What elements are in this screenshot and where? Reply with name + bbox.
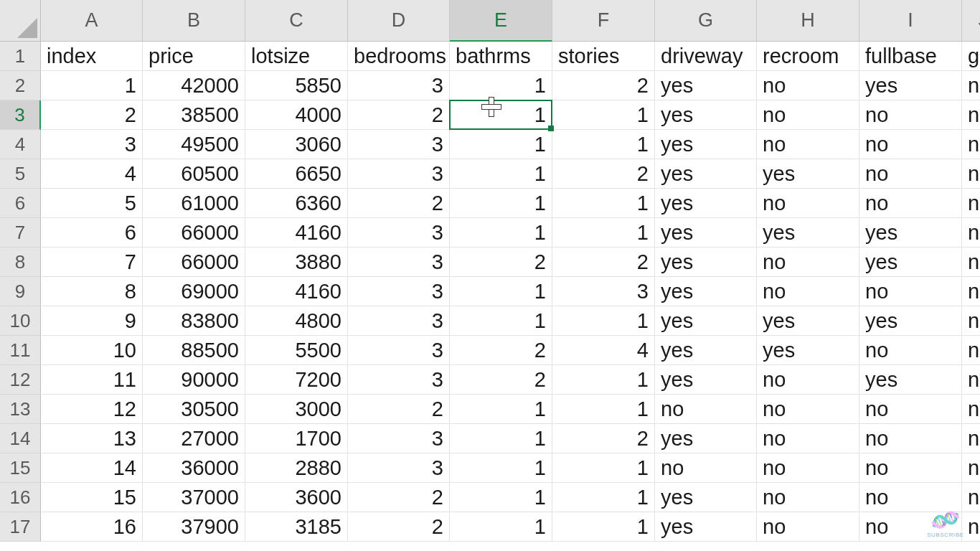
cell[interactable]: 42000	[143, 71, 245, 100]
cell[interactable]: yes	[859, 365, 962, 395]
cell[interactable]: yes	[655, 71, 757, 100]
cell[interactable]: 3	[348, 365, 450, 395]
cell[interactable]: 88500	[143, 336, 245, 365]
cell[interactable]: 3	[348, 306, 450, 336]
cell[interactable]: 3000	[245, 395, 348, 424]
column-header-I[interactable]: I	[859, 0, 962, 42]
cell[interactable]: 3	[348, 248, 450, 277]
cell[interactable]: 1	[450, 483, 552, 512]
column-header-F[interactable]: F	[552, 0, 655, 42]
cell[interactable]: 2	[552, 424, 655, 453]
row-header-17[interactable]: 17	[0, 512, 41, 542]
column-header-B[interactable]: B	[143, 0, 245, 42]
cell[interactable]: no	[962, 483, 980, 512]
cell[interactable]: 3	[348, 336, 450, 365]
row-header-15[interactable]: 15	[0, 453, 41, 483]
cell[interactable]: yes	[757, 336, 859, 365]
cell[interactable]: 49500	[143, 130, 245, 159]
cell[interactable]: 3185	[245, 512, 348, 542]
cell[interactable]: no	[859, 100, 962, 130]
cell[interactable]: 15	[41, 483, 143, 512]
cell[interactable]: 38500	[143, 100, 245, 130]
cell[interactable]: no	[962, 248, 980, 277]
header-cell[interactable]: recroom	[757, 42, 859, 71]
cell[interactable]: 1	[552, 130, 655, 159]
cell[interactable]: 1	[450, 424, 552, 453]
cell[interactable]: no	[757, 453, 859, 483]
column-header-A[interactable]: A	[41, 0, 143, 42]
spreadsheet[interactable]: ABCDEFGHIJ 1234567891011121314151617 ind…	[0, 0, 980, 551]
cell[interactable]: 11	[41, 365, 143, 395]
cell[interactable]: 3	[552, 277, 655, 306]
cell[interactable]: no	[962, 130, 980, 159]
row-header-9[interactable]: 9	[0, 277, 41, 306]
cell[interactable]: no	[757, 189, 859, 218]
cell[interactable]: 4160	[245, 277, 348, 306]
column-header-H[interactable]: H	[757, 0, 859, 42]
cell[interactable]: 2	[348, 189, 450, 218]
cell[interactable]: 60500	[143, 159, 245, 189]
row-header-4[interactable]: 4	[0, 130, 41, 159]
cell[interactable]: no	[757, 395, 859, 424]
cell[interactable]: no	[757, 365, 859, 395]
cell[interactable]: 69000	[143, 277, 245, 306]
cell[interactable]: 90000	[143, 365, 245, 395]
cell[interactable]: no	[962, 189, 980, 218]
cell[interactable]: 1	[552, 395, 655, 424]
cell[interactable]: no	[962, 218, 980, 248]
cell[interactable]: 2	[41, 100, 143, 130]
cell[interactable]: no	[962, 306, 980, 336]
header-cell[interactable]: lotsize	[245, 42, 348, 71]
cell[interactable]: 6650	[245, 159, 348, 189]
cell[interactable]: yes	[655, 306, 757, 336]
cell[interactable]: 61000	[143, 189, 245, 218]
cell[interactable]: 4	[552, 336, 655, 365]
cell[interactable]: 16	[41, 512, 143, 542]
cell[interactable]: yes	[757, 306, 859, 336]
row-header-7[interactable]: 7	[0, 218, 41, 248]
row-header-16[interactable]: 16	[0, 483, 41, 512]
select-all-corner[interactable]	[0, 0, 41, 42]
cell[interactable]: 1	[450, 218, 552, 248]
row-header-10[interactable]: 10	[0, 306, 41, 336]
cell[interactable]: 1	[450, 71, 552, 100]
cell[interactable]: no	[962, 453, 980, 483]
cell[interactable]: 2	[552, 248, 655, 277]
cell[interactable]: yes	[655, 248, 757, 277]
header-cell[interactable]: price	[143, 42, 245, 71]
cell[interactable]: 66000	[143, 248, 245, 277]
cell[interactable]: no	[655, 395, 757, 424]
row-header-14[interactable]: 14	[0, 424, 41, 453]
cell[interactable]: 14	[41, 453, 143, 483]
cell[interactable]: 1	[552, 100, 655, 130]
cell[interactable]: 2	[552, 159, 655, 189]
cell[interactable]: 2	[348, 395, 450, 424]
cell[interactable]: 2	[348, 512, 450, 542]
cell[interactable]: 1	[450, 277, 552, 306]
cell[interactable]: no	[859, 189, 962, 218]
cell[interactable]: 13	[41, 424, 143, 453]
cell[interactable]: 10	[41, 336, 143, 365]
cell[interactable]: 1	[552, 189, 655, 218]
cell[interactable]: 7	[41, 248, 143, 277]
cell[interactable]: no	[757, 512, 859, 542]
cell[interactable]: 1	[552, 512, 655, 542]
cell[interactable]: yes	[655, 483, 757, 512]
cell[interactable]: 3	[348, 453, 450, 483]
cell[interactable]: 1	[450, 130, 552, 159]
cell[interactable]: 83800	[143, 306, 245, 336]
cell[interactable]: 37000	[143, 483, 245, 512]
cell[interactable]: 1700	[245, 424, 348, 453]
header-cell[interactable]: bathrms	[450, 42, 552, 71]
cell[interactable]: 6	[41, 218, 143, 248]
cell[interactable]: no	[859, 277, 962, 306]
cell[interactable]: 2	[348, 100, 450, 130]
cell[interactable]: 2	[348, 483, 450, 512]
cell[interactable]: 1	[552, 483, 655, 512]
cell[interactable]: 66000	[143, 218, 245, 248]
column-header-E[interactable]: E	[450, 0, 552, 42]
cell[interactable]: yes	[859, 71, 962, 100]
cell[interactable]: 1	[552, 365, 655, 395]
cell[interactable]: 2	[450, 365, 552, 395]
cell[interactable]: 3	[348, 71, 450, 100]
